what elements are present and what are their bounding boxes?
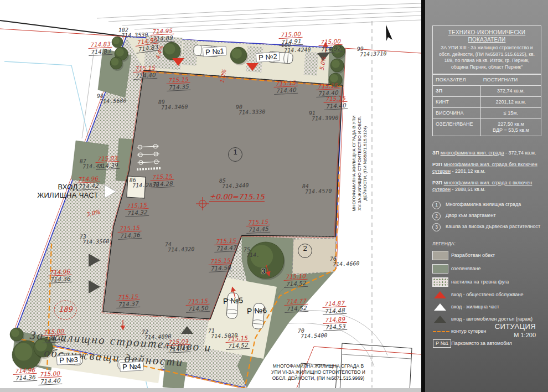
- car-icon: [118, 359, 144, 370]
- table-value-cell: 2201,12 кв.м.: [480, 96, 541, 107]
- table-header-cell: ПОСТИГНАТИ: [480, 74, 541, 85]
- legend-swatch-wrap: [432, 303, 451, 311]
- situation-scale: М 1:200: [495, 332, 536, 338]
- numbered-item: 2Двор към апартамент: [432, 213, 541, 220]
- legend-item: вход - обществено обслужване: [432, 291, 541, 299]
- area-notes: ЗП многофамилна жил. сграда - 372,74 кв.…: [432, 149, 541, 193]
- legend-item-label: настилка на тревна фуга: [451, 279, 509, 285]
- sheet-bottom-band: [0, 388, 421, 392]
- note-rest: - 372,74 кв.м.: [504, 150, 536, 156]
- numbered-item-text: Многофамилна жилищна сграда: [446, 202, 521, 208]
- legend-swatch-wrap: [432, 316, 451, 323]
- legend-swatch-wrap: [432, 251, 451, 260]
- area-note: РЗП многофамилна жил. сграда без включен…: [432, 161, 541, 174]
- tree-crown-inner: [330, 74, 338, 82]
- courtyard: [292, 238, 336, 274]
- neighbor-regulation-red: [297, 347, 421, 388]
- greenery-swatch: [432, 264, 448, 274]
- legend-item-label: вход - автомобилен достъп (гараж): [451, 316, 533, 322]
- tree-crown-inner: [231, 48, 242, 59]
- neighbor-buildings: [299, 343, 412, 392]
- indicators-title: ТЕХНИКО-ИКОНОМИЧЕСКИ ПОКАЗАТЕЛИ ЗА УПИ X…: [433, 26, 541, 74]
- plan-drawing: ВХОД ЖИЛИЩНА ЧАСТ За жилищно строителств…: [0, 0, 421, 392]
- tree-crown-inner: [250, 245, 273, 267]
- plan-geometry: [0, 0, 421, 392]
- legend-item-label: контур сутерен: [451, 328, 486, 334]
- car-icon: [252, 303, 265, 329]
- area-note: ЗП многофамилна жил. сграда - 372,74 кв.…: [432, 149, 541, 156]
- table-value-cell: 227,50 кв.м ВДР = 53,5 кв.м: [480, 118, 541, 136]
- note-rest: - 2888,51 кв.м.: [451, 187, 485, 192]
- numbered-item-circle: 3: [432, 223, 441, 231]
- table-label-cell: ВИСОЧИНА: [433, 107, 480, 118]
- situation-block: СИТУАЦИЯ М 1:200: [495, 322, 536, 338]
- tree-crown-inner: [14, 343, 32, 360]
- note-abbr: РЗП: [432, 180, 442, 185]
- legend-swatch-wrap: [432, 291, 451, 298]
- numbered-item-text: Кашпа за висока дървесна растителност: [446, 224, 540, 230]
- situation-title: СИТУАЦИЯ: [495, 322, 536, 331]
- legend-swatch-wrap: [432, 331, 451, 332]
- car-icon: [57, 353, 83, 365]
- legend-item: настилка на тревна фуга: [432, 277, 541, 287]
- legend-item: вход - жилищна част: [432, 303, 541, 311]
- legend-item-label: вход - обществено обслужване: [451, 292, 524, 298]
- legend-item: озеленяване: [432, 264, 541, 274]
- legend-swatch-wrap: [432, 277, 451, 287]
- note-underlined: многофамилна жил. сграда: [441, 150, 504, 156]
- numbered-item: 1Многофамилна жилищна сграда: [432, 202, 541, 209]
- numbered-item: 3Кашпа за висока дървесна растителност: [432, 224, 541, 231]
- numbered-item-circle: 2: [432, 212, 441, 220]
- numbered-list: 1Многофамилна жилищна сграда2Двор към ап…: [432, 202, 541, 231]
- tree-crown-inner: [113, 38, 120, 44]
- tree-crown-inner: [11, 329, 19, 337]
- car-icon: [267, 51, 293, 64]
- legend-item-label: Разработван обект: [451, 252, 495, 259]
- table-header-cell: ПОКАЗАТЕЛ: [433, 74, 480, 85]
- legend-item: Разработван обект: [432, 251, 541, 260]
- legend-item-label: вход - жилищна част: [451, 304, 499, 310]
- tree-crown-inner: [116, 48, 124, 56]
- grass-paving-swatch: [432, 277, 448, 287]
- note-abbr: ЗП: [432, 150, 439, 156]
- legend-swatch-wrap: Р №1: [432, 339, 451, 348]
- entrance-niche: [127, 176, 146, 198]
- garage-entrance-icon: [434, 316, 446, 323]
- parking-badge-icon: Р №1: [433, 339, 451, 348]
- legend-swatch-wrap: [432, 264, 451, 274]
- table-value-cell: 372,74 кв.м.: [480, 85, 541, 96]
- table-label-cell: ЗП: [433, 85, 480, 96]
- indicators-subtitle: ЗА УПИ XIII - За жилищно строителство и …: [436, 45, 537, 70]
- tree-crown-inner: [333, 45, 341, 54]
- numbered-item-text: Двор към апартамент: [446, 213, 496, 219]
- road-edge-line: [0, 20, 126, 37]
- note-abbr: РЗП: [432, 162, 442, 167]
- car-icon: [226, 292, 239, 318]
- area-note: РЗП многофамилна жил. сграда с включен с…: [432, 179, 541, 193]
- site-plan-sheet: ВХОД ЖИЛИЩНА ЧАСТ За жилищно строителств…: [0, 0, 548, 392]
- indicators-grid: ПОКАЗАТЕЛПОСТИГНАТИЗП372,74 кв.м.КИНТ220…: [433, 74, 541, 136]
- legend-title: ЛЕГЕНДА:: [432, 241, 541, 246]
- table-label-cell: ОЗЕЛЕНЯВАНЕ: [433, 118, 480, 136]
- tree-crown-inner: [35, 340, 47, 352]
- tree-crown-inner: [332, 60, 340, 68]
- sheet-divider: [421, 0, 425, 392]
- north-arrow-icon: [386, 24, 392, 41]
- note-rest: - 2201,12 кв.м.: [451, 168, 485, 174]
- legend-sidebar: ТЕХНИКО-ИКОНОМИЧЕСКИ ПОКАЗАТЕЛИ ЗА УПИ X…: [425, 0, 548, 392]
- developed-object-swatch: [432, 251, 448, 260]
- legend-item: Р №1Паркомясто за автомобил: [432, 339, 541, 348]
- tree-crown-inner: [111, 58, 119, 66]
- numbered-item-circle: 1: [432, 201, 441, 209]
- public-entrance-icon: [434, 291, 446, 298]
- indicators-table: ТЕХНИКО-ИКОНОМИЧЕСКИ ПОКАЗАТЕЛИ ЗА УПИ X…: [432, 25, 541, 136]
- table-value-cell: ≤ 15м.: [480, 107, 541, 118]
- table-label-cell: КИНТ: [433, 96, 480, 107]
- tree-crown-inner: [164, 44, 175, 55]
- residential-entrance-icon: [434, 303, 446, 311]
- basement-contour-icon: [433, 331, 449, 332]
- legend-item-label: Паркомясто за автомобил: [451, 341, 512, 347]
- car-icon: [193, 45, 219, 57]
- legend-item-label: озеленяване: [451, 266, 480, 272]
